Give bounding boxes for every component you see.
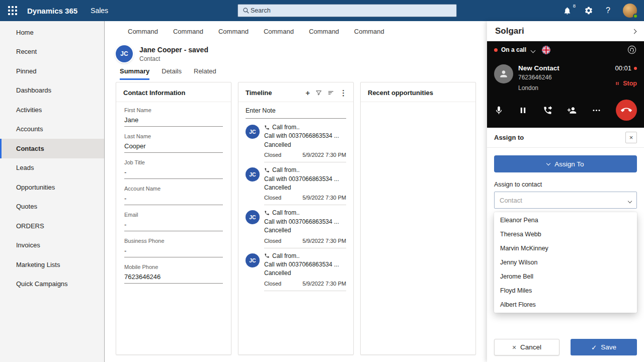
form-field: Email - (124, 212, 223, 231)
more-call-options-icon[interactable] (592, 106, 601, 115)
search-icon (243, 7, 250, 14)
command-button[interactable]: Command (128, 28, 158, 35)
contact-option[interactable]: Jerome Bell (494, 269, 637, 284)
field-label: Business Phone (124, 238, 223, 244)
timeline-entry-datetime: 5/9/2022 7:30 PM (302, 281, 346, 287)
sidebar-item[interactable]: Quotes (0, 197, 104, 217)
timeline-entry[interactable]: JC Call from.. Call with 0037066863534 .… (246, 205, 346, 248)
sidebar-item[interactable]: Leads (0, 158, 104, 178)
save-button[interactable]: ✓ Save (571, 339, 637, 355)
sort-list-icon[interactable] (328, 89, 334, 96)
field-value-input[interactable]: - (124, 168, 223, 179)
timeline-entry[interactable]: JC Call from.. Call with 0037066863534 .… (246, 162, 346, 205)
help-icon[interactable]: ? (606, 6, 610, 15)
end-call-button[interactable] (616, 100, 637, 121)
field-value-input[interactable]: - (124, 221, 223, 231)
contact-option[interactable]: Albert Flores (494, 298, 637, 312)
timeline-toolbar: + ⋮ (305, 89, 347, 97)
form-field: Account Name - (124, 186, 223, 205)
status-chevron-down-icon[interactable] (531, 45, 535, 54)
timeline-title: Timeline (246, 89, 272, 97)
timeline-entry-type: Call from.. (272, 124, 300, 131)
phone-icon (264, 253, 270, 258)
mute-microphone-icon[interactable] (494, 106, 504, 115)
field-value-input[interactable]: Cooper (124, 142, 223, 153)
panel-title: Solgari (495, 26, 524, 36)
sidebar-item-label: Leads (16, 164, 34, 171)
contact-option[interactable]: Jenny Wilson (494, 255, 637, 269)
stop-recording-button[interactable]: Stop (615, 80, 637, 87)
sidebar-item-label: Marketing Lists (16, 261, 60, 268)
sidebar-item-label: Pinned (16, 67, 36, 75)
command-button[interactable]: Command (264, 28, 294, 35)
assign-to-button[interactable]: Assign To (494, 155, 637, 172)
sidebar-item[interactable]: ORDERS (0, 216, 104, 236)
field-value-input[interactable]: Jane (124, 116, 223, 127)
recent-opportunities-card: Recent opportunities (360, 82, 476, 355)
field-value-input[interactable]: - (124, 247, 223, 257)
sidebar-item[interactable]: Marketing Lists (0, 255, 104, 275)
contact-option[interactable]: Marvin McKinney (494, 241, 637, 255)
close-assign-icon[interactable]: × (625, 132, 637, 143)
global-search[interactable] (237, 4, 457, 17)
sidebar-item[interactable]: Contacts (0, 139, 104, 158)
record-tab[interactable]: Related (194, 67, 216, 80)
caller-number: 7623646246 (518, 74, 559, 81)
assign-to-contact-label: Assign to contact (494, 181, 637, 188)
record-tab[interactable]: Summary (120, 67, 149, 80)
contact-option[interactable]: Floyd Miles (494, 284, 637, 298)
add-icon[interactable]: + (305, 89, 310, 97)
pause-icon (615, 81, 620, 86)
contact-option[interactable]: Eleanor Pena (494, 213, 637, 227)
timeline-entry[interactable]: JC Call from.. Call with 0037066863534 .… (246, 120, 346, 162)
notifications-bell-icon[interactable]: 8 (563, 7, 572, 15)
hold-call-pause-icon[interactable] (518, 106, 528, 115)
form-field: First Name Jane (124, 107, 223, 127)
cancel-button[interactable]: × Cancel (494, 339, 559, 355)
support-headset-icon[interactable] (627, 45, 637, 55)
sidebar-item[interactable]: Quick Campaigns (0, 275, 104, 294)
timeline-entry[interactable]: JC Call from.. Call with 0037066863534 .… (246, 248, 346, 291)
app-name[interactable]: Sales (91, 7, 108, 15)
caller-location: London (518, 84, 559, 92)
command-button[interactable]: Command (218, 28, 249, 35)
timeline-entry-type: Call from.. (272, 252, 300, 259)
gear-icon (584, 6, 593, 15)
sidebar-item[interactable]: Opportunities (0, 177, 104, 197)
call-end-icon (621, 105, 632, 116)
sidebar-item[interactable]: Accounts (0, 120, 104, 139)
sidebar-item[interactable]: Activities (0, 100, 104, 120)
contact-select[interactable]: Contact (494, 192, 637, 209)
settings-gear-icon[interactable] (584, 6, 593, 15)
command-button[interactable]: Command (354, 28, 384, 35)
command-bar: CommandCommandCommandCommandCommandComma… (105, 21, 483, 41)
call-timer: 00:01 (615, 64, 631, 72)
command-button[interactable]: Command (309, 28, 339, 35)
field-label: Last Name (124, 133, 223, 139)
search-input[interactable] (250, 7, 452, 15)
filter-icon[interactable] (315, 89, 322, 96)
record-header: JC Jane Cooper - saved Contact (105, 41, 483, 64)
stop-label: Stop (623, 80, 637, 87)
more-options-kebab-icon[interactable]: ⋮ (340, 89, 347, 97)
app-launcher-waffle-icon[interactable] (8, 6, 17, 15)
record-tab[interactable]: Details (162, 67, 182, 80)
cancel-label: Cancel (520, 343, 541, 351)
recent-opportunities-title: Recent opportunities (361, 82, 475, 102)
field-value-input[interactable]: 7623646246 (124, 273, 223, 284)
sidebar-item[interactable]: Pinned (0, 61, 104, 81)
sidebar-item[interactable]: Recent (0, 42, 104, 62)
contact-option[interactable]: Theresa Webb (494, 227, 637, 241)
enter-note-input[interactable]: Enter Note (246, 107, 346, 119)
user-avatar[interactable] (623, 4, 637, 18)
add-participant-icon[interactable] (567, 106, 577, 115)
sidebar-item[interactable]: Home (0, 23, 104, 42)
timeline-card: Timeline + (238, 82, 354, 355)
field-value-input[interactable]: - (124, 195, 223, 205)
transfer-call-icon[interactable] (543, 106, 552, 115)
recording-dot (634, 67, 637, 70)
sidebar-item[interactable]: Invoices (0, 236, 104, 255)
command-button[interactable]: Command (173, 28, 203, 35)
collapse-panel-chevron-icon[interactable] (632, 30, 636, 33)
sidebar-item[interactable]: Dashboards (0, 81, 104, 101)
